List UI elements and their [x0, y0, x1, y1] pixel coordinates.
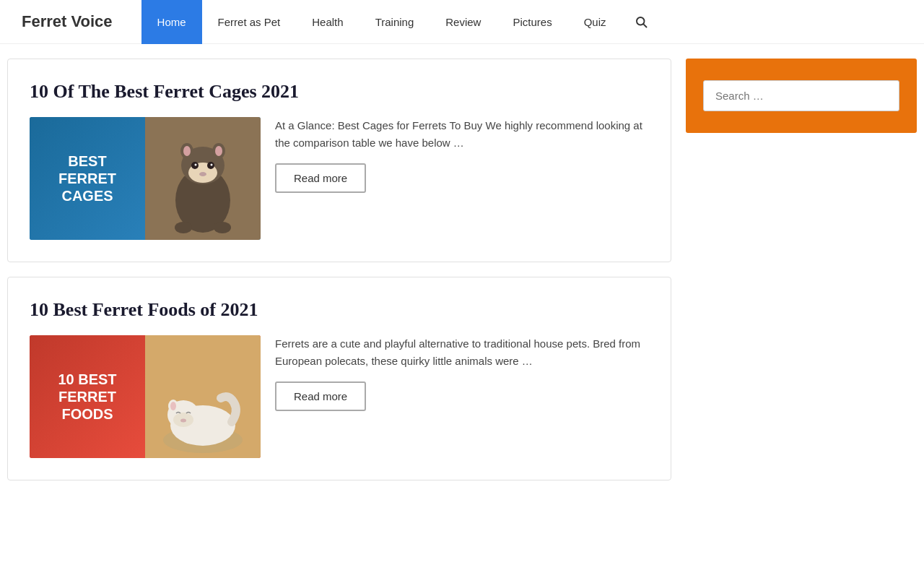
article-title-cages: 10 Of The Best Ferret Cages 2021 — [30, 81, 649, 103]
page-wrapper: 10 Of The Best Ferret Cages 2021 Best Fe… — [0, 44, 924, 495]
image-label-foods-line1: 10 Best — [58, 371, 116, 388]
svg-point-15 — [214, 222, 231, 233]
ferret-illustration-foods — [156, 339, 250, 454]
article-card-foods: 10 Best Ferret Foods of 2021 10 Best Fer… — [7, 277, 671, 480]
svg-line-1 — [644, 24, 647, 27]
article-image-cages: Best Ferret Cages — [30, 117, 261, 240]
article-body-foods: 10 Best Ferret Foods — [30, 335, 649, 458]
main-nav: Ferret Voice Home Ferret as Pet Health T… — [0, 0, 924, 44]
svg-point-22 — [170, 402, 176, 410]
nav-link-ferret-as-pet[interactable]: Ferret as Pet — [202, 0, 297, 44]
search-input[interactable] — [703, 80, 899, 111]
image-label-foods: 10 Best Ferret Foods — [30, 335, 145, 458]
article-card-cages: 10 Of The Best Ferret Cages 2021 Best Fe… — [7, 59, 671, 262]
image-label-foods-line3: Foods — [58, 405, 116, 423]
nav-link-review[interactable]: Review — [430, 0, 497, 44]
article-title-foods: 10 Best Ferret Foods of 2021 — [30, 299, 649, 321]
read-more-button-cages[interactable]: Read more — [275, 163, 366, 193]
nav-link-home[interactable]: Home — [141, 0, 202, 44]
search-widget — [686, 59, 917, 133]
main-content: 10 Of The Best Ferret Cages 2021 Best Fe… — [7, 59, 671, 480]
image-label-cages-line1: Best — [58, 152, 116, 170]
svg-point-20 — [180, 419, 186, 423]
image-photo-foods — [145, 335, 261, 458]
nav-link-quiz[interactable]: Quiz — [568, 0, 622, 44]
image-photo-cages — [145, 117, 261, 240]
svg-point-14 — [175, 222, 192, 233]
nav-link-training[interactable]: Training — [359, 0, 430, 44]
svg-point-5 — [199, 172, 206, 176]
image-label-cages: Best Ferret Cages — [30, 117, 145, 240]
image-label-cages-line2: Ferret — [58, 170, 116, 187]
sidebar — [686, 59, 917, 480]
article-text-cages: At a Glance: Best Cages for Ferrets To B… — [275, 117, 649, 193]
article-body-cages: Best Ferret Cages — [30, 117, 649, 240]
nav-link-health[interactable]: Health — [296, 0, 359, 44]
article-text-foods: Ferrets are a cute and playful alternati… — [275, 335, 649, 411]
image-label-cages-line3: Cages — [58, 187, 116, 204]
article-excerpt-cages: At a Glance: Best Cages for Ferrets To B… — [275, 117, 649, 152]
svg-point-13 — [215, 146, 222, 156]
svg-point-8 — [195, 164, 197, 166]
ferret-illustration-cages — [156, 121, 250, 236]
svg-point-9 — [211, 164, 213, 166]
nav-search-button[interactable] — [622, 0, 661, 44]
nav-link-pictures[interactable]: Pictures — [497, 0, 567, 44]
svg-point-12 — [183, 146, 191, 156]
nav-links: Home Ferret as Pet Health Training Revie… — [141, 0, 661, 43]
image-label-foods-line2: Ferret — [58, 388, 116, 405]
read-more-button-foods[interactable]: Read more — [275, 381, 366, 411]
search-icon — [635, 15, 648, 28]
article-excerpt-foods: Ferrets are a cute and playful alternati… — [275, 335, 649, 370]
article-image-foods: 10 Best Ferret Foods — [30, 335, 261, 458]
site-brand[interactable]: Ferret Voice — [14, 12, 141, 31]
